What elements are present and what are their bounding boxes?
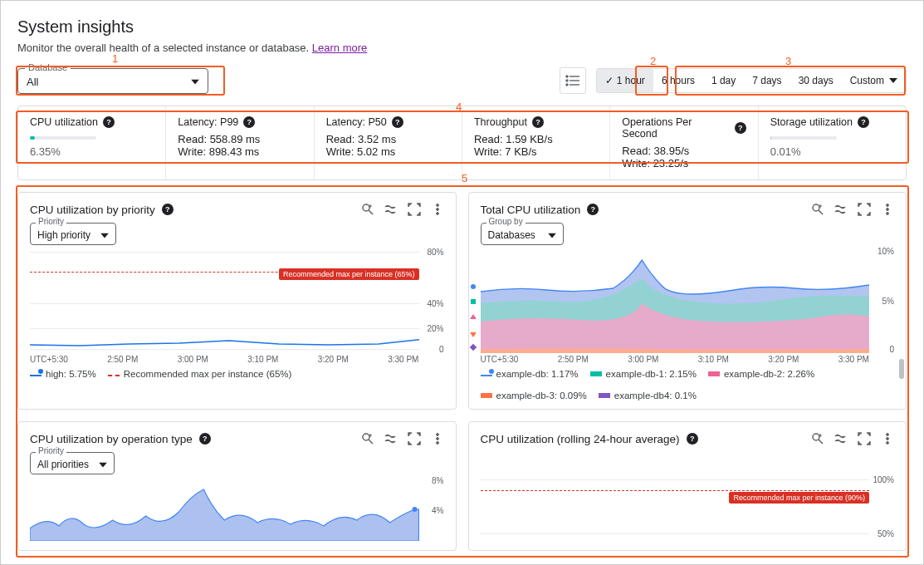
- chart-title: CPU utilization (rolling 24-hour average…: [481, 433, 680, 445]
- scorecard-value: 0.01%: [770, 145, 894, 158]
- help-icon[interactable]: ?: [243, 116, 255, 128]
- groupby-select[interactable]: Group by Databases: [481, 223, 564, 245]
- scorecard-write: Write: 898.43 ms: [178, 145, 301, 158]
- svg-point-31: [436, 438, 438, 440]
- svg-point-30: [436, 434, 438, 436]
- scorecard-ops: Operations Per Second? Read: 38.95/s Wri…: [610, 106, 758, 179]
- svg-point-6: [363, 204, 369, 211]
- more-icon[interactable]: [881, 203, 894, 216]
- svg-point-34: [813, 434, 819, 440]
- compare-icon[interactable]: [384, 203, 398, 216]
- time-7days[interactable]: 7 days: [744, 69, 790, 92]
- fullscreen-icon[interactable]: [408, 203, 421, 216]
- help-icon[interactable]: ?: [162, 204, 174, 215]
- explore-icon[interactable]: [811, 432, 824, 445]
- help-icon[interactable]: ?: [858, 116, 869, 128]
- database-select-value: All: [27, 76, 38, 88]
- compare-icon[interactable]: [834, 432, 848, 445]
- svg-point-0: [566, 76, 568, 77]
- chevron-down-icon: [889, 78, 897, 83]
- svg-point-12: [436, 213, 438, 215]
- svg-marker-24: [470, 332, 477, 337]
- compare-icon[interactable]: [834, 203, 848, 216]
- fullscreen-icon[interactable]: [858, 203, 871, 216]
- card-cpu-by-priority: CPU utilization by priority? Priority Hi…: [17, 192, 457, 410]
- help-icon[interactable]: ?: [735, 122, 746, 134]
- series-end-markers: [469, 282, 883, 391]
- storage-spark: [770, 136, 837, 140]
- svg-point-2: [566, 80, 568, 81]
- fullscreen-icon[interactable]: [858, 432, 871, 445]
- learn-more-link[interactable]: Learn more: [312, 42, 367, 54]
- explore-icon[interactable]: [361, 203, 374, 216]
- scorecard-storage: Storage utilization? 0.01%: [759, 106, 906, 179]
- chart-area: 100% Recommended max per instance (90%) …: [481, 475, 895, 542]
- scorecard-title: Operations Per Second: [622, 116, 729, 140]
- chevron-down-icon: [548, 228, 556, 240]
- explore-icon[interactable]: [811, 203, 824, 216]
- help-icon[interactable]: ?: [199, 433, 211, 445]
- more-icon[interactable]: [431, 432, 444, 445]
- svg-point-40: [887, 442, 889, 445]
- svg-rect-22: [471, 299, 476, 304]
- priority-select[interactable]: Priority High priority: [30, 223, 116, 245]
- chart-area: 8% 4%: [30, 474, 444, 541]
- chart-title: Total CPU utilization: [481, 204, 581, 216]
- scrollbar-thumb[interactable]: [899, 359, 904, 379]
- help-icon[interactable]: ?: [532, 116, 544, 128]
- explore-icon[interactable]: [361, 432, 374, 445]
- svg-line-35: [819, 440, 823, 444]
- help-icon[interactable]: ?: [687, 433, 698, 445]
- chart-area: 80% Recommended max per instance (65%) 4…: [30, 245, 444, 353]
- card-cpu-by-optype: CPU utilization by operation type? Prior…: [17, 421, 457, 551]
- more-icon[interactable]: [881, 432, 894, 445]
- list-icon: [565, 75, 580, 86]
- scorecard-latency-p50: Latency: P50? Read: 3.52 ms Write: 5.02 …: [315, 106, 462, 179]
- scorecard-title: CPU utilization: [30, 116, 98, 128]
- time-custom[interactable]: Custom: [842, 69, 906, 92]
- svg-line-7: [369, 210, 373, 214]
- svg-point-19: [887, 209, 889, 211]
- scorecard-read: Read: 38.95/s: [622, 145, 746, 157]
- time-1hour[interactable]: ✓1 hour: [597, 69, 653, 92]
- chevron-down-icon: [191, 75, 199, 87]
- svg-point-26: [363, 434, 369, 440]
- threshold-label: Recommended max per instance (90%): [729, 492, 869, 504]
- help-icon[interactable]: ?: [103, 116, 115, 128]
- svg-line-27: [369, 440, 373, 444]
- cpu-spark: [30, 136, 96, 140]
- time-30days[interactable]: 30 days: [790, 69, 842, 92]
- svg-point-11: [436, 209, 438, 211]
- fullscreen-icon[interactable]: [408, 432, 421, 445]
- svg-rect-25: [469, 344, 476, 351]
- line-plot: [30, 245, 419, 353]
- scorecard-write: Write: 23.25/s: [622, 157, 746, 170]
- time-1day[interactable]: 1 day: [703, 69, 744, 92]
- svg-point-38: [887, 434, 889, 436]
- svg-point-39: [887, 438, 889, 440]
- help-icon[interactable]: ?: [392, 116, 403, 128]
- compare-icon[interactable]: [384, 432, 398, 445]
- svg-point-14: [813, 204, 819, 211]
- chevron-down-icon: [99, 457, 107, 469]
- card-total-cpu: Total CPU utilization? Group by Database…: [468, 192, 907, 410]
- svg-point-20: [887, 213, 889, 215]
- chart-title: CPU utilization by operation type: [30, 433, 193, 445]
- help-icon[interactable]: ?: [587, 204, 599, 215]
- more-icon[interactable]: [431, 203, 444, 216]
- scorecard-latency-p99: Latency: P99? Read: 558.89 ms Write: 898…: [166, 106, 314, 179]
- database-select-label: Database: [25, 62, 71, 72]
- card-cpu-rolling: CPU utilization (rolling 24-hour average…: [468, 421, 907, 551]
- database-select[interactable]: Database All: [17, 68, 208, 94]
- list-view-button[interactable]: [560, 67, 586, 94]
- svg-point-4: [566, 84, 568, 86]
- scorecards-row: CPU utilization? 6.35% Latency: P99? Rea…: [17, 106, 907, 180]
- time-6hours[interactable]: 6 hours: [653, 69, 703, 92]
- page-title: System insights: [17, 17, 907, 37]
- scorecard-title: Latency: P50: [326, 116, 387, 128]
- page-subtitle: Monitor the overall health of a selected…: [17, 42, 907, 54]
- scorecard-title: Storage utilization: [770, 116, 853, 128]
- priority-select-2[interactable]: Priority All priorities: [30, 452, 115, 474]
- chart-title: CPU utilization by priority: [30, 204, 155, 216]
- scorecard-cpu: CPU utilization? 6.35%: [18, 106, 166, 179]
